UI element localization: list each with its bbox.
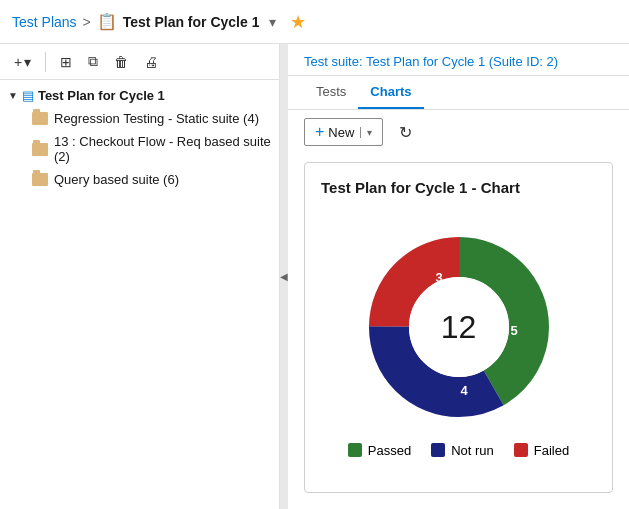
panel-collapse-handle[interactable]: ◀: [280, 44, 288, 509]
passed-label: Passed: [368, 443, 411, 458]
suite-item-label: Regression Testing - Static suite (4): [54, 111, 259, 126]
tab-charts[interactable]: Charts: [358, 76, 423, 109]
test-suite-tree: ▼ ▤ Test Plan for Cycle 1 Regression Tes…: [0, 80, 279, 509]
plus-icon: +: [14, 54, 22, 70]
add-button[interactable]: + ▾: [8, 50, 37, 74]
suite-header: Test suite: Test Plan for Cycle 1 (Suite…: [288, 44, 629, 76]
suite-item-label: 13 : Checkout Flow - Req based suite (2): [54, 134, 271, 164]
folder-icon: [32, 112, 48, 125]
new-chevron-icon: ▾: [360, 127, 372, 138]
add-chevron-icon: ▾: [24, 54, 31, 70]
failed-color-swatch: [514, 443, 528, 457]
failed-label: Failed: [534, 443, 569, 458]
list-item[interactable]: Regression Testing - Static suite (4): [24, 107, 279, 130]
chart-area: Test Plan for Cycle 1 - Chart: [288, 154, 629, 509]
passed-color-swatch: [348, 443, 362, 457]
suite-name: Test Plan for Cycle 1 (Suite ID: 2): [366, 54, 558, 69]
tree-root-item[interactable]: ▼ ▤ Test Plan for Cycle 1: [0, 84, 279, 107]
right-panel: Test suite: Test Plan for Cycle 1 (Suite…: [288, 44, 629, 509]
refresh-icon: ↻: [399, 124, 412, 141]
list-item[interactable]: Query based suite (6): [24, 168, 279, 191]
legend-item-failed: Failed: [514, 443, 569, 458]
donut-container: 3 5 4 12 Passed: [321, 208, 596, 476]
tab-tests[interactable]: Tests: [304, 76, 358, 109]
print-icon: 🖨: [144, 54, 158, 70]
tree-root-chevron: ▼: [8, 90, 18, 101]
chart-card: Test Plan for Cycle 1 - Chart: [304, 162, 613, 493]
chevron-down-icon[interactable]: ▾: [269, 14, 276, 30]
plan-icon: 📋: [97, 12, 117, 31]
failed-value: 3: [435, 270, 442, 285]
notrun-label: Not run: [451, 443, 494, 458]
donut-chart: 3 5 4 12: [359, 227, 559, 427]
new-button-label: New: [328, 125, 354, 140]
notrun-color-swatch: [431, 443, 445, 457]
toolbar-separator: [45, 52, 46, 72]
tree-root-label: Test Plan for Cycle 1: [38, 88, 165, 103]
donut-center-value: 12: [441, 308, 477, 345]
list-item[interactable]: 13 : Checkout Flow - Req based suite (2): [24, 130, 279, 168]
app-header: Test Plans > 📋 Test Plan for Cycle 1 ▾ ★: [0, 0, 629, 44]
chart-title: Test Plan for Cycle 1 - Chart: [321, 179, 596, 196]
chart-toolbar: + New ▾ ↻: [288, 110, 629, 154]
delete-button[interactable]: 🗑: [108, 50, 134, 74]
copy-button[interactable]: ⧉: [82, 49, 104, 74]
suite-header-prefix: Test suite:: [304, 54, 366, 69]
test-plans-link[interactable]: Test Plans: [12, 14, 77, 30]
print-button[interactable]: 🖨: [138, 50, 164, 74]
left-panel: + ▾ ⊞ ⧉ 🗑 🖨 ▼ ▤ Test Plan for Cycle 1: [0, 44, 280, 509]
plan-name: Test Plan for Cycle 1: [123, 14, 260, 30]
collapse-chevron-icon: ◀: [280, 271, 288, 282]
tree-children: Regression Testing - Static suite (4) 13…: [0, 107, 279, 191]
legend-item-passed: Passed: [348, 443, 411, 458]
expand-collapse-button[interactable]: ⊞: [54, 50, 78, 74]
tab-bar: Tests Charts: [288, 76, 629, 110]
tree-root-icon: ▤: [22, 88, 34, 103]
suite-item-label: Query based suite (6): [54, 172, 179, 187]
new-plus-icon: +: [315, 123, 324, 141]
breadcrumb: Test Plans > 📋 Test Plan for Cycle 1 ▾ ★: [12, 11, 306, 33]
folder-icon: [32, 173, 48, 186]
copy-icon: ⧉: [88, 53, 98, 70]
chart-legend: Passed Not run Failed: [348, 443, 569, 458]
passed-value: 5: [510, 323, 517, 338]
favorite-star-icon[interactable]: ★: [290, 11, 306, 33]
tree-toolbar: + ▾ ⊞ ⧉ 🗑 🖨: [0, 44, 279, 80]
delete-icon: 🗑: [114, 54, 128, 70]
refresh-button[interactable]: ↻: [391, 119, 420, 146]
legend-item-notrun: Not run: [431, 443, 494, 458]
folder-icon: [32, 143, 48, 156]
tree-expand-icon: ⊞: [60, 54, 72, 70]
new-button[interactable]: + New ▾: [304, 118, 383, 146]
breadcrumb-sep: >: [83, 14, 91, 30]
notrun-value: 4: [460, 383, 468, 398]
main-layout: + ▾ ⊞ ⧉ 🗑 🖨 ▼ ▤ Test Plan for Cycle 1: [0, 44, 629, 509]
